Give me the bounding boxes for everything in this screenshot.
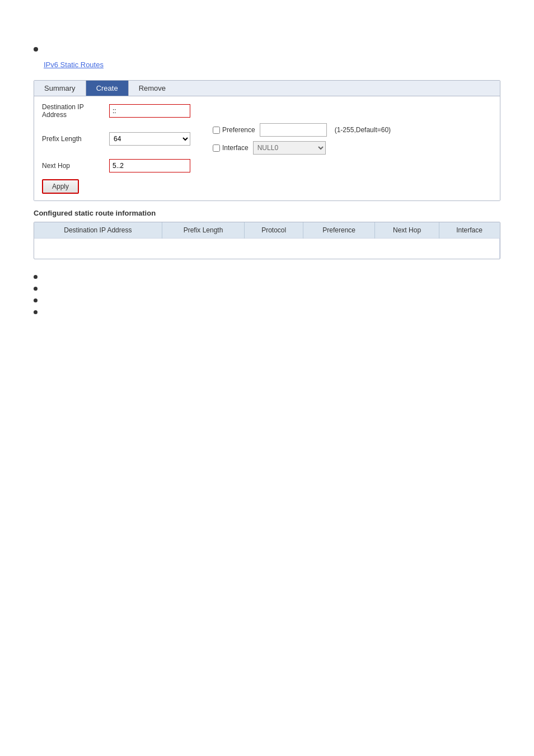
bottom-bullet-dot-3-icon xyxy=(34,298,38,302)
interface-row: Interface NULL0 xyxy=(213,141,391,155)
apply-button[interactable]: Apply xyxy=(42,179,79,194)
ipv6-static-routes-link[interactable]: IPv6 Static Routes xyxy=(44,60,104,69)
prefix-length-label: Prefix Length xyxy=(42,135,109,143)
right-col: Preference (1-255,Default=60) Interface … xyxy=(213,123,391,155)
preference-row: Preference (1-255,Default=60) xyxy=(213,123,391,137)
th-prefix-length: Prefix Length xyxy=(162,222,245,239)
th-interface: Interface xyxy=(439,222,499,239)
prefix-length-select[interactable]: 64 128 0 32 48 96 xyxy=(109,132,190,146)
top-bullet-item xyxy=(34,45,500,52)
preference-input[interactable] xyxy=(260,123,327,137)
interface-select[interactable]: NULL0 xyxy=(253,141,326,155)
form-area: Destination IP Address Prefix Length 64 … xyxy=(34,96,500,200)
preference-checkbox-label[interactable]: Preference xyxy=(213,126,255,134)
th-protocol: Protocol xyxy=(245,222,303,239)
bullet-dot-icon xyxy=(34,47,38,52)
next-hop-label: Next Hop xyxy=(42,162,109,170)
destination-ip-row: Destination IP Address xyxy=(42,103,492,119)
interface-checkbox-label[interactable]: Interface xyxy=(213,144,249,152)
preference-checkbox[interactable] xyxy=(213,127,220,134)
preference-hint: (1-255,Default=60) xyxy=(335,126,391,134)
bottom-bullet-4 xyxy=(34,308,500,314)
data-table: Destination IP Address Prefix Length Pro… xyxy=(34,222,500,259)
tab-summary[interactable]: Summary xyxy=(34,81,86,96)
bottom-bullet-2 xyxy=(34,284,500,291)
tab-container: Summary Create Remove Destination IP Add… xyxy=(34,80,500,201)
bottom-bullet-dot-1-icon xyxy=(34,275,38,279)
prefix-length-row: Prefix Length 64 128 0 32 48 96 Preferen… xyxy=(42,123,492,155)
tab-remove[interactable]: Remove xyxy=(129,81,176,96)
table-header-row: Destination IP Address Prefix Length Pro… xyxy=(34,222,500,239)
tab-bar: Summary Create Remove xyxy=(34,81,500,96)
next-hop-input[interactable] xyxy=(109,159,190,172)
interface-checkbox[interactable] xyxy=(213,144,220,152)
destination-ip-input[interactable] xyxy=(109,104,190,118)
table-container: Destination IP Address Prefix Length Pro… xyxy=(34,222,500,259)
bottom-bullet-dot-2-icon xyxy=(34,287,38,291)
th-next-hop: Next Hop xyxy=(375,222,439,239)
destination-ip-label: Destination IP Address xyxy=(42,103,109,119)
top-bullet-section xyxy=(34,45,500,52)
bottom-bullet-1 xyxy=(34,273,500,279)
section-title: Configured static route information xyxy=(34,209,500,217)
bottom-bullet-3 xyxy=(34,296,500,302)
th-preference: Preference xyxy=(303,222,375,239)
tab-create[interactable]: Create xyxy=(86,81,129,96)
bottom-bullet-dot-4-icon xyxy=(34,310,38,314)
bottom-bullets xyxy=(34,273,500,314)
table-row xyxy=(34,239,500,259)
main-content: IPv6 Static Routes Summary Create Remove… xyxy=(0,0,534,342)
next-hop-row: Next Hop xyxy=(42,159,492,172)
th-destination-ip: Destination IP Address xyxy=(34,222,162,239)
